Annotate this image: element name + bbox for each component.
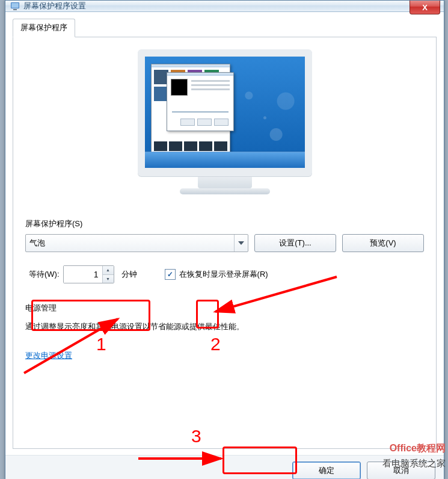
preview-button[interactable]: 预览(V) xyxy=(342,234,424,252)
power-section-desc: 通过调整显示亮度和其他电源设置以节省能源或提供最佳性能。 xyxy=(25,320,424,333)
svg-rect-1 xyxy=(11,3,19,8)
wait-spinner[interactable]: ▲ ▼ xyxy=(63,265,114,283)
dialog-footer: 确定 取消 xyxy=(5,455,444,479)
close-button[interactable]: X xyxy=(410,1,440,14)
screensaver-selected-value: 气泡 xyxy=(29,238,45,249)
monitor-preview xyxy=(138,49,312,194)
change-power-settings-link[interactable]: 更改电源设置 xyxy=(25,350,72,361)
wait-input[interactable] xyxy=(64,266,102,283)
screensaver-select[interactable]: 气泡 xyxy=(25,234,248,252)
watermark-line2: 看电脑系统之家 xyxy=(382,458,446,469)
dialog-window: 屏幕保护程序设置 X 屏幕保护程序 xyxy=(5,0,444,479)
tab-screensaver[interactable]: 屏幕保护程序 xyxy=(13,19,75,37)
wait-unit: 分钟 xyxy=(121,269,137,280)
spinner-up-icon[interactable]: ▲ xyxy=(103,266,114,275)
app-icon xyxy=(10,1,20,11)
wait-label: 等待(W): xyxy=(29,269,60,280)
resume-label: 在恢复时显示登录屏幕(R) xyxy=(179,269,268,280)
wait-group: 等待(W): ▲ ▼ xyxy=(25,263,118,286)
preview-area xyxy=(25,49,424,194)
ok-button[interactable]: 确定 xyxy=(292,462,361,479)
settings-button[interactable]: 设置(T)... xyxy=(254,234,336,252)
screensaver-group-label: 屏幕保护程序(S) xyxy=(25,218,424,229)
title-bar: 屏幕保护程序设置 X xyxy=(5,1,444,12)
client-area: 屏幕保护程序 xyxy=(5,12,444,455)
window-title: 屏幕保护程序设置 xyxy=(23,1,86,11)
svg-rect-2 xyxy=(13,9,17,10)
tab-strip: 屏幕保护程序 xyxy=(13,18,437,37)
spinner-down-icon[interactable]: ▼ xyxy=(103,275,114,283)
power-section-title: 电源管理 xyxy=(25,303,424,314)
resume-checkbox[interactable]: ✓ xyxy=(165,269,176,280)
tab-body: 屏幕保护程序(S) 气泡 设置(T)... 预览(V) 等待(W): xyxy=(13,37,437,449)
chevron-down-icon xyxy=(234,235,248,252)
watermark-line1: Office教程网 xyxy=(390,442,446,455)
